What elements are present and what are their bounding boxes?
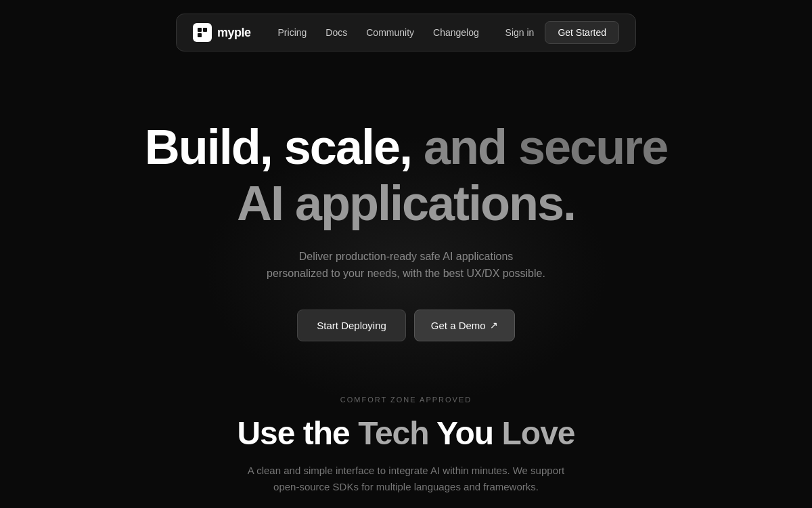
section-title-tech: Tech bbox=[358, 415, 428, 451]
nav-link-pricing[interactable]: Pricing bbox=[278, 27, 307, 38]
section-title-love: Love bbox=[502, 415, 575, 451]
get-started-button[interactable]: Get Started bbox=[545, 21, 619, 44]
tech-section: COMFORT ZONE APPROVED Use the Tech You L… bbox=[0, 382, 812, 495]
arrow-icon: ↗ bbox=[490, 320, 498, 331]
svg-rect-1 bbox=[203, 28, 207, 32]
svg-rect-2 bbox=[198, 33, 202, 37]
hero-title-build-scale: Build, scale, bbox=[145, 120, 424, 174]
hero-title-line1: Build, scale, and secure bbox=[145, 119, 667, 175]
section-title: Use the Tech You Love bbox=[237, 415, 574, 452]
start-deploying-button[interactable]: Start Deploying bbox=[297, 310, 406, 341]
hero-title-and: and bbox=[424, 120, 518, 174]
hero-title-line2: AI applications. bbox=[145, 175, 667, 232]
hero-title-ai: AI applications. bbox=[237, 176, 575, 230]
navbar-inner: myple Pricing Docs Community Changelog S… bbox=[176, 14, 636, 51]
logo[interactable]: myple bbox=[193, 23, 251, 42]
hero-buttons: Start Deploying Get a Demo ↗ bbox=[297, 310, 514, 341]
sign-in-link[interactable]: Sign in bbox=[505, 27, 535, 38]
hero-subtitle-line2: personalized to your needs, with the bes… bbox=[267, 268, 545, 279]
hero-subtitle-line1: Deliver production-ready safe AI applica… bbox=[299, 251, 514, 262]
nav-link-changelog[interactable]: Changelog bbox=[433, 27, 479, 38]
hero-title: Build, scale, and secure AI applications… bbox=[145, 119, 667, 232]
logo-text: myple bbox=[217, 26, 251, 40]
section-subtitle: A clean and simple interface to integrat… bbox=[248, 463, 564, 495]
nav-actions: Sign in Get Started bbox=[505, 21, 619, 44]
section-subtitle-line1: A clean and simple interface to integrat… bbox=[248, 465, 564, 476]
nav-link-community[interactable]: Community bbox=[366, 27, 414, 38]
nav-link-docs[interactable]: Docs bbox=[325, 27, 347, 38]
get-demo-label: Get a Demo bbox=[431, 320, 486, 331]
hero-section: Build, scale, and secure AI applications… bbox=[0, 65, 812, 382]
section-title-you: You bbox=[429, 415, 502, 451]
logo-icon bbox=[193, 23, 212, 42]
hero-subtitle: Deliver production-ready safe AI applica… bbox=[267, 248, 545, 282]
section-title-use-the: Use the bbox=[237, 415, 358, 451]
nav-links: Pricing Docs Community Changelog bbox=[278, 27, 484, 38]
svg-rect-0 bbox=[198, 28, 202, 32]
section-subtitle-line2: open-source SDKs for multiple languages … bbox=[273, 481, 539, 492]
section-label: COMFORT ZONE APPROVED bbox=[340, 396, 472, 404]
hero-title-secure: secure bbox=[518, 120, 667, 174]
get-demo-button[interactable]: Get a Demo ↗ bbox=[414, 310, 515, 341]
navbar: myple Pricing Docs Community Changelog S… bbox=[0, 0, 812, 65]
